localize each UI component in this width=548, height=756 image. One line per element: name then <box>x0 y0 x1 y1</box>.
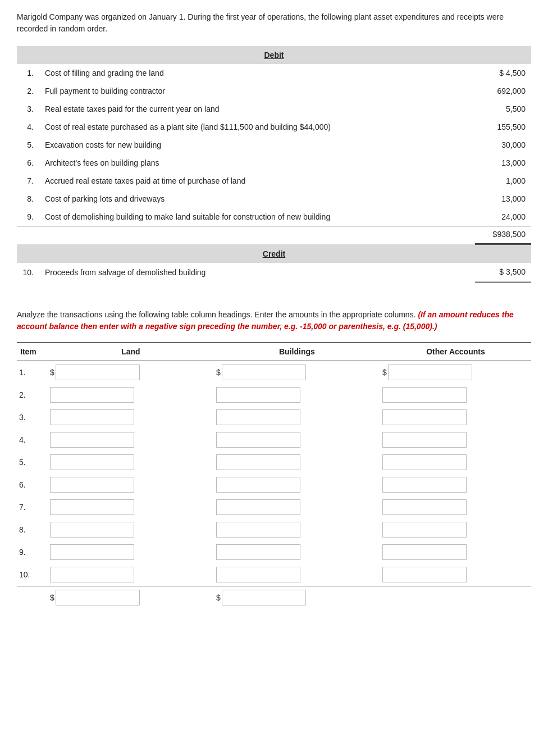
land-input-8[interactable] <box>50 522 134 538</box>
row-number: 4. <box>17 118 39 136</box>
other-input-1[interactable] <box>388 365 472 380</box>
buildings-input-7[interactable] <box>216 499 300 515</box>
table-row: 7. <box>17 496 531 518</box>
col-land-header: Land <box>48 342 214 361</box>
item-number: 3. <box>17 406 48 429</box>
land-total-input[interactable] <box>56 590 140 605</box>
row-description: Excavation costs for new building <box>39 136 475 154</box>
row-number: 5. <box>17 136 39 154</box>
table-row: 10. <box>17 563 531 586</box>
row-number: 2. <box>17 82 39 100</box>
land-input-4[interactable] <box>50 432 134 448</box>
row-description: Real estate taxes paid for the current y… <box>39 100 475 118</box>
buildings-input-1[interactable] <box>222 365 306 380</box>
other-input-6[interactable] <box>382 477 467 493</box>
item-number: 4. <box>17 429 48 451</box>
land-input-9[interactable] <box>50 544 134 560</box>
debit-row: 9. Cost of demolishing building to make … <box>17 208 531 226</box>
table-row: 1. $ $ $ <box>17 361 531 384</box>
row-description: Architect's fees on building plans <box>39 154 475 172</box>
other-input-5[interactable] <box>382 454 467 470</box>
buildings-input-10[interactable] <box>216 567 300 582</box>
buildings-total-dollar: $ <box>216 593 221 602</box>
table-row: 5. <box>17 451 531 473</box>
row-amount: 24,000 <box>475 208 531 226</box>
debit-row: 7. Accrued real estate taxes paid at tim… <box>17 172 531 190</box>
item-number: 6. <box>17 473 48 496</box>
row-amount: 1,000 <box>475 172 531 190</box>
col-other-header: Other Accounts <box>380 342 531 361</box>
table-row: 8. <box>17 518 531 541</box>
buildings-input-2[interactable] <box>216 387 300 403</box>
debit-total: $938,500 <box>475 226 531 244</box>
dollar-sign: $ <box>50 368 54 377</box>
row-amount: 5,500 <box>475 100 531 118</box>
other-input-8[interactable] <box>382 522 467 538</box>
row-number: 7. <box>17 172 39 190</box>
debit-row: 3. Real estate taxes paid for the curren… <box>17 100 531 118</box>
land-input-6[interactable] <box>50 477 134 493</box>
row-description: Cost of filling and grading the land <box>39 64 475 82</box>
credit-header: Credit <box>17 244 531 263</box>
input-table: Item Land Buildings Other Accounts 1. $ … <box>17 342 531 609</box>
table-row: 4. <box>17 429 531 451</box>
debit-row: 1. Cost of filling and grading the land … <box>17 64 531 82</box>
row-description: Cost of parking lots and driveways <box>39 190 475 208</box>
row-amount: 13,000 <box>475 190 531 208</box>
debit-row: 2. Full payment to building contractor 6… <box>17 82 531 100</box>
row-description: Cost of demolishing building to make lan… <box>39 208 475 226</box>
row-amount: 155,500 <box>475 118 531 136</box>
item-number: 9. <box>17 541 48 563</box>
land-input-1[interactable] <box>56 365 140 380</box>
land-input-7[interactable] <box>50 499 134 515</box>
land-input-5[interactable] <box>50 454 134 470</box>
col-buildings-header: Buildings <box>214 342 380 361</box>
row-amount: $ 3,500 <box>475 263 531 282</box>
analyze-instructions: Analyze the transactions using the follo… <box>17 309 531 333</box>
debit-row: 8. Cost of parking lots and driveways 13… <box>17 190 531 208</box>
table-row: 6. <box>17 473 531 496</box>
debit-row: 6. Architect's fees on building plans 13… <box>17 154 531 172</box>
row-amount: 13,000 <box>475 154 531 172</box>
other-input-9[interactable] <box>382 544 467 560</box>
dollar-sign: $ <box>216 368 221 377</box>
table-row: 9. <box>17 541 531 563</box>
row-number: 10. <box>17 263 39 282</box>
row-description: Accrued real estate taxes paid at time o… <box>39 172 475 190</box>
item-number: 2. <box>17 384 48 406</box>
row-amount: 692,000 <box>475 82 531 100</box>
credit-row: 10. Proceeds from salvage of demolished … <box>17 263 531 282</box>
row-number: 3. <box>17 100 39 118</box>
item-number: 10. <box>17 563 48 586</box>
buildings-input-8[interactable] <box>216 522 300 538</box>
item-number: 1. <box>17 361 48 384</box>
land-total-dollar: $ <box>50 593 54 602</box>
item-number: 7. <box>17 496 48 518</box>
debit-credit-table: Debit 1. Cost of filling and grading the… <box>17 46 531 293</box>
row-number: 8. <box>17 190 39 208</box>
buildings-input-5[interactable] <box>216 454 300 470</box>
row-description: Proceeds from salvage of demolished buil… <box>39 263 475 282</box>
land-input-10[interactable] <box>50 567 134 582</box>
row-number: 1. <box>17 64 39 82</box>
row-amount: $ 4,500 <box>475 64 531 82</box>
intro-paragraph: Marigold Company was organized on Januar… <box>17 11 531 35</box>
row-description: Cost of real estate purchased as a plant… <box>39 118 475 136</box>
land-input-3[interactable] <box>50 409 134 425</box>
col-item-header: Item <box>17 342 48 361</box>
row-number: 9. <box>17 208 39 226</box>
buildings-total-input[interactable] <box>222 590 306 605</box>
buildings-input-9[interactable] <box>216 544 300 560</box>
other-input-10[interactable] <box>382 567 467 582</box>
row-number: 6. <box>17 154 39 172</box>
other-input-7[interactable] <box>382 499 467 515</box>
land-input-2[interactable] <box>50 387 134 403</box>
buildings-input-4[interactable] <box>216 432 300 448</box>
other-input-4[interactable] <box>382 432 467 448</box>
other-input-3[interactable] <box>382 409 467 425</box>
other-input-2[interactable] <box>382 387 467 403</box>
buildings-input-3[interactable] <box>216 409 300 425</box>
table-row: 2. <box>17 384 531 406</box>
row-amount: 30,000 <box>475 136 531 154</box>
buildings-input-6[interactable] <box>216 477 300 493</box>
